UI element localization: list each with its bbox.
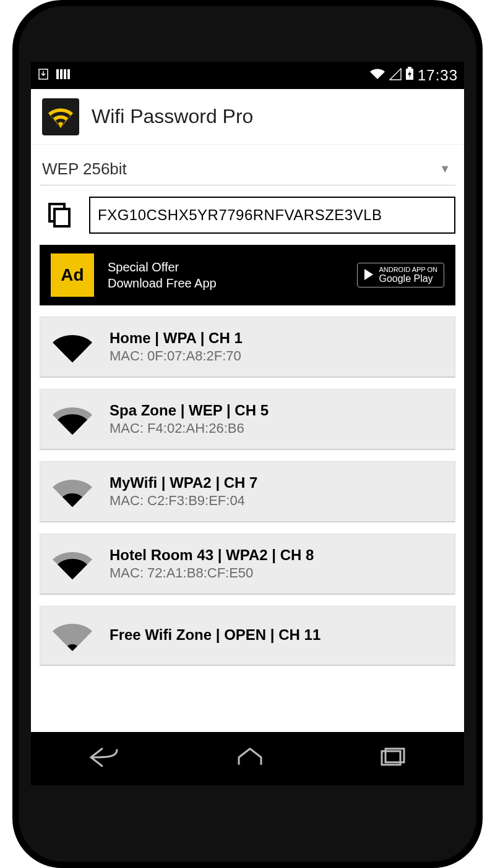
wifi-signal-icon — [51, 619, 93, 652]
wifi-item-text: MyWifi | WPA2 | CH 7 MAC: C2:F3:B9:EF:04 — [110, 474, 257, 509]
google-play-badge: ANDROID APP ON Google Play — [357, 263, 444, 287]
play-icon — [364, 268, 375, 282]
download-icon — [37, 67, 50, 84]
phone-inner: 17:33 Wifi Password Pro — [19, 6, 476, 862]
wifi-item[interactable]: Spa Zone | WEP | CH 5 MAC: F4:02:AH:26:B… — [40, 389, 455, 450]
app-bar: Wifi Password Pro — [31, 89, 464, 145]
status-time: 17:33 — [418, 67, 458, 84]
wifi-item-mac: MAC: C2:F3:B9:EF:04 — [110, 493, 257, 509]
copy-button[interactable] — [40, 197, 79, 234]
svg-rect-2 — [60, 69, 62, 79]
wifi-item-mac: MAC: F4:02:AH:26:B6 — [110, 420, 269, 436]
recents-button[interactable] — [378, 746, 408, 771]
wifi-signal-icon — [51, 547, 93, 581]
app-title: Wifi Password Pro — [92, 105, 253, 128]
wifi-item-text: Home | WPA | CH 1 MAC: 0F:07:A8:2F:70 — [110, 330, 243, 364]
ad-banner[interactable]: Ad Special Offer Download Free App ANDRO… — [40, 245, 455, 305]
status-left — [37, 67, 71, 84]
wifi-item-title: Spa Zone | WEP | CH 5 — [110, 402, 269, 419]
wifi-item-title: Home | WPA | CH 1 — [110, 330, 243, 347]
battery-charging-icon — [405, 67, 414, 84]
ad-line2: Download Free App — [108, 275, 217, 291]
wifi-item-text: Spa Zone | WEP | CH 5 MAC: F4:02:AH:26:B… — [110, 402, 269, 436]
wifi-item[interactable]: Home | WPA | CH 1 MAC: 0F:07:A8:2F:70 — [40, 317, 455, 378]
wifi-status-icon — [369, 67, 385, 84]
copy-icon — [46, 202, 73, 229]
app-icon — [42, 98, 79, 135]
svg-rect-3 — [64, 69, 66, 79]
svg-rect-1 — [56, 69, 59, 79]
store-small: ANDROID APP ON — [379, 266, 437, 273]
encryption-selected: WEP 256bit — [42, 160, 127, 179]
svg-rect-4 — [67, 69, 70, 79]
wifi-item-title: MyWifi | WPA2 | CH 7 — [110, 474, 257, 491]
cell-signal-icon — [389, 67, 402, 84]
wifi-list[interactable]: Home | WPA | CH 1 MAC: 0F:07:A8:2F:70 Sp… — [40, 317, 455, 666]
password-field[interactable] — [89, 197, 455, 234]
wifi-signal-icon — [51, 330, 93, 364]
wifi-item-text: Hotel Room 43 | WPA2 | CH 8 MAC: 72:A1:B… — [110, 547, 314, 581]
ad-text: Special Offer Download Free App — [108, 259, 217, 291]
ad-line1: Special Offer — [108, 259, 217, 275]
store-big: Google Play — [379, 273, 437, 284]
svg-rect-8 — [54, 209, 69, 226]
ad-badge: Ad — [51, 253, 94, 297]
bars-icon — [56, 67, 71, 84]
wifi-item[interactable]: Hotel Room 43 | WPA2 | CH 8 MAC: 72:A1:B… — [40, 534, 455, 595]
screen: 17:33 Wifi Password Pro — [31, 62, 464, 785]
status-bar: 17:33 — [31, 62, 464, 89]
wifi-item[interactable]: MyWifi | WPA2 | CH 7 MAC: C2:F3:B9:EF:04 — [40, 461, 455, 522]
chevron-down-icon: ▼ — [439, 163, 450, 176]
password-row — [40, 197, 455, 234]
wifi-item-mac: MAC: 72:A1:B8:CF:E50 — [110, 565, 314, 581]
home-button[interactable] — [235, 746, 265, 771]
wifi-item-mac: MAC: 0F:07:A8:2F:70 — [110, 348, 243, 364]
status-right: 17:33 — [369, 67, 458, 84]
wifi-item-title: Free Wifi Zone | OPEN | CH 11 — [110, 626, 321, 644]
content: WEP 256bit ▼ Ad Special Offer — [31, 145, 464, 732]
phone-frame: 17:33 Wifi Password Pro — [12, 0, 483, 868]
wifi-signal-icon — [51, 475, 93, 508]
wifi-item-text: Free Wifi Zone | OPEN | CH 11 — [110, 626, 321, 645]
svg-rect-6 — [408, 67, 411, 69]
wifi-item[interactable]: Free Wifi Zone | OPEN | CH 11 — [40, 606, 455, 666]
nav-bar — [31, 732, 464, 785]
wifi-item-title: Hotel Room 43 | WPA2 | CH 8 — [110, 547, 314, 564]
encryption-dropdown[interactable]: WEP 256bit ▼ — [40, 153, 455, 185]
back-button[interactable] — [87, 746, 122, 771]
wifi-signal-icon — [51, 402, 93, 436]
